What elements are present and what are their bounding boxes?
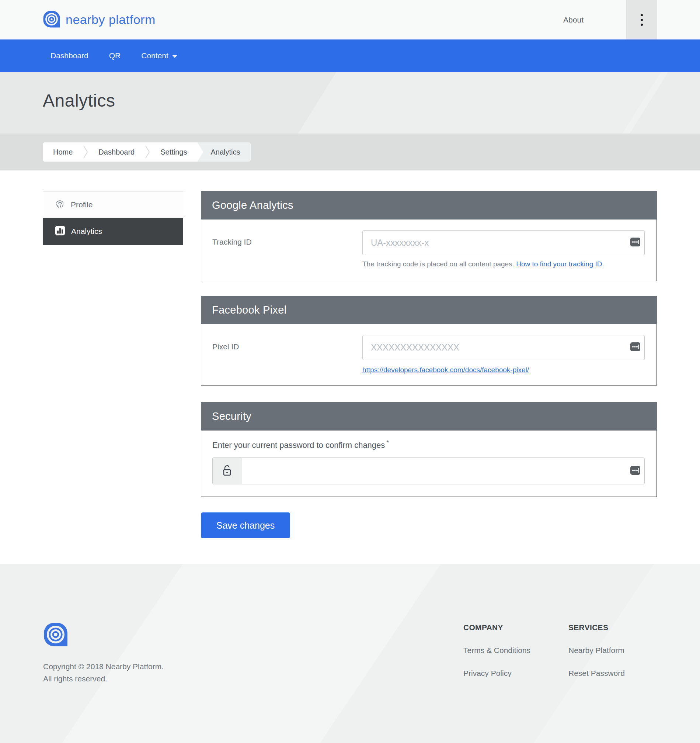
footer-company-title: COMPANY xyxy=(463,623,530,632)
sidebar-item-analytics[interactable]: Analytics xyxy=(43,218,183,245)
footer-column-services: SERVICES Nearby Platform Reset Password xyxy=(569,623,625,678)
tracking-id-help-prefix: The tracking code is placed on all conte… xyxy=(362,260,516,268)
tracking-id-help-text: The tracking code is placed on all conte… xyxy=(362,260,645,268)
fingerprint-icon xyxy=(55,199,65,211)
nav-item-dashboard[interactable]: Dashboard xyxy=(50,51,89,60)
breadcrumb-separator-icon xyxy=(83,142,88,161)
kebab-menu-icon xyxy=(641,14,643,26)
security-panel-header: Security xyxy=(201,402,657,431)
save-changes-button[interactable]: Save changes xyxy=(201,512,290,538)
security-panel: Security Enter your current password to … xyxy=(201,402,657,497)
autofill-icon[interactable] xyxy=(630,464,640,478)
footer-link-terms[interactable]: Terms & Conditions xyxy=(463,646,530,655)
overflow-menu-button[interactable] xyxy=(626,0,657,40)
nearby-logo-icon xyxy=(43,10,61,30)
page-title-band: Analytics xyxy=(0,72,700,133)
breadcrumb-current-analytics: Analytics xyxy=(197,142,250,161)
breadcrumb-separator-icon xyxy=(145,142,150,161)
google-analytics-panel-header: Google Analytics xyxy=(201,191,657,219)
copyright-line-2: All rights reserved. xyxy=(43,672,164,685)
page-title: Analytics xyxy=(43,72,657,111)
tracking-id-label: Tracking ID xyxy=(212,230,362,246)
footer-services-title: SERVICES xyxy=(569,623,625,632)
copyright-text: Copyright © 2018 Nearby Platform. All ri… xyxy=(43,660,164,685)
top-header: nearby platform About xyxy=(0,0,700,40)
settings-sidebar: Profile Analytics xyxy=(43,191,183,245)
nav-item-qr[interactable]: QR xyxy=(109,51,121,60)
nav-item-content[interactable]: Content xyxy=(141,51,177,60)
unlock-icon xyxy=(222,465,232,478)
settings-panels: Google Analytics Tracking ID xyxy=(201,191,657,538)
tracking-id-help-suffix: . xyxy=(602,260,604,268)
current-password-label-text: Enter your current password to confirm c… xyxy=(212,441,385,450)
footer-link-nearby-platform[interactable]: Nearby Platform xyxy=(569,646,625,655)
sidebar-item-profile[interactable]: Profile xyxy=(43,191,183,218)
current-password-input[interactable] xyxy=(241,457,645,484)
autofill-icon[interactable] xyxy=(630,340,640,355)
footer-link-reset-password[interactable]: Reset Password xyxy=(569,669,625,678)
chevron-down-icon xyxy=(172,55,177,58)
autofill-icon[interactable] xyxy=(630,236,640,250)
main-nav: Dashboard QR Content xyxy=(0,40,700,72)
tracking-id-help-link[interactable]: How to find your tracking ID xyxy=(516,260,602,268)
security-panel-title: Security xyxy=(212,410,251,422)
brand-name: nearby platform xyxy=(66,13,155,27)
main-content: Profile Analytics Google Anal xyxy=(0,170,700,538)
facebook-pixel-panel: Facebook Pixel Pixel ID xyxy=(201,296,657,386)
brand-logo-link[interactable]: nearby platform xyxy=(43,10,155,30)
current-password-label: Enter your current password to confirm c… xyxy=(212,440,645,450)
tracking-id-input[interactable] xyxy=(362,230,645,255)
breadcrumb-settings[interactable]: Settings xyxy=(150,142,197,161)
nav-item-dashboard-label: Dashboard xyxy=(50,51,89,60)
google-analytics-panel-title: Google Analytics xyxy=(212,199,294,212)
pixel-id-input[interactable] xyxy=(362,335,645,360)
required-asterisk: * xyxy=(386,440,388,446)
sidebar-item-profile-label: Profile xyxy=(71,200,93,209)
sidebar-item-analytics-label: Analytics xyxy=(71,227,102,236)
footer-link-privacy[interactable]: Privacy Policy xyxy=(463,669,530,678)
breadcrumb-band: Home Dashboard Settings Analytics xyxy=(0,133,700,170)
nav-item-qr-label: QR xyxy=(109,51,121,60)
facebook-pixel-panel-title: Facebook Pixel xyxy=(212,304,286,316)
footer-column-company: COMPANY Terms & Conditions Privacy Polic… xyxy=(463,623,530,678)
breadcrumb-dashboard[interactable]: Dashboard xyxy=(88,142,145,161)
bar-chart-icon xyxy=(55,225,65,238)
pixel-id-label: Pixel ID xyxy=(212,335,362,351)
about-link[interactable]: About xyxy=(563,15,583,24)
facebook-pixel-panel-header: Facebook Pixel xyxy=(201,296,657,324)
google-analytics-panel: Google Analytics Tracking ID xyxy=(201,191,657,281)
page-footer: Copyright © 2018 Nearby Platform. All ri… xyxy=(0,564,700,743)
nav-item-content-label: Content xyxy=(141,51,168,60)
breadcrumb: Home Dashboard Settings Analytics xyxy=(43,142,251,161)
copyright-line-1: Copyright © 2018 Nearby Platform. xyxy=(43,660,164,672)
password-addon xyxy=(212,457,241,484)
facebook-pixel-docs-link[interactable]: https://developers.facebook.com/docs/fac… xyxy=(362,366,529,374)
nearby-logo-icon xyxy=(43,642,68,648)
breadcrumb-home[interactable]: Home xyxy=(43,142,83,161)
